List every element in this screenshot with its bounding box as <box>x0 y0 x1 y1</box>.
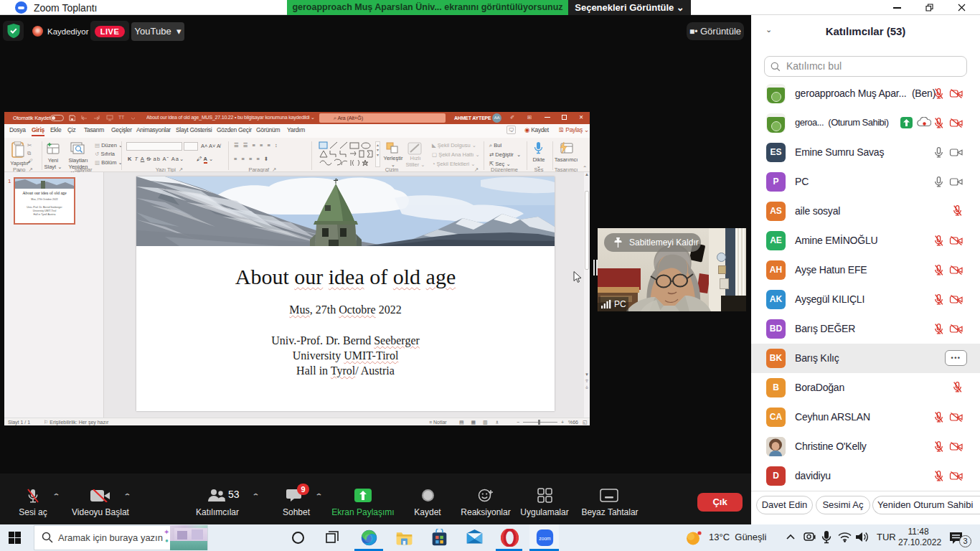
svg-text:zoom: zoom <box>539 536 551 541</box>
